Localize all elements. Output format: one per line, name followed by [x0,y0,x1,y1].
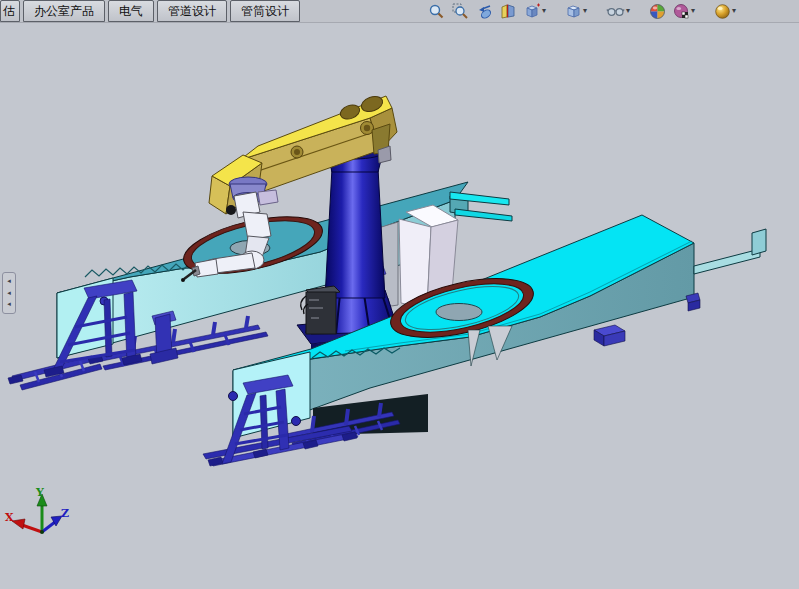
heads-up-view-toolbar: ▾ ▾ ▾ [427,0,737,22]
y-axis-label: Y [35,486,44,499]
command-tabs: 估 办公室产品 电气 管道设计 管筒设计 [0,0,303,22]
dropdown-arrow[interactable]: ▾ [626,7,630,15]
section-view-icon [500,3,517,20]
panel-collapse-control[interactable]: ◂ ◂ ◂ [2,272,16,314]
dropdown-arrow[interactable]: ▾ [583,7,587,15]
tab-piping-design[interactable]: 管道设计 [157,0,227,22]
command-manager-toolbar: 估 办公室产品 电气 管道设计 管筒设计 [0,0,799,23]
section-view-button[interactable] [499,1,518,21]
dropdown-arrow[interactable]: ▾ [542,7,546,15]
graphics-viewport[interactable]: X Y Z [0,0,799,589]
hide-show-items-button[interactable]: ▾ [605,1,631,21]
collapse-arrow-icon[interactable]: ◂ [7,290,11,297]
edit-appearance-button[interactable] [648,1,667,21]
tab-electrical[interactable]: 电气 [108,0,154,22]
control-box[interactable] [301,286,340,334]
previous-view-icon [476,3,493,20]
hide-show-items-icon [606,3,625,20]
edit-appearance-icon [649,3,666,20]
previous-view-button[interactable] [475,1,494,21]
zoom-to-fit-button[interactable] [427,1,446,21]
x-axis-label: X [5,511,14,524]
display-style-button[interactable]: ▾ [564,1,588,21]
view-orientation-icon [524,3,541,20]
collapse-arrow-icon[interactable]: ◂ [7,301,11,308]
z-axis-label: Z [61,507,69,520]
ring-center-hole-right [436,304,482,321]
view-settings-button[interactable]: ▾ [713,1,737,21]
apply-scene-button[interactable]: ▾ [672,1,696,21]
tab-office-products[interactable]: 办公室产品 [23,0,105,22]
zoom-to-area-icon [452,3,469,20]
tab-tubing-design[interactable]: 管筒设计 [230,0,300,22]
zoom-to-fit-icon [428,3,445,20]
tab-evaluate[interactable]: 估 [0,0,20,22]
view-settings-icon [714,3,731,20]
view-orientation-button[interactable]: ▾ [523,1,547,21]
dropdown-arrow[interactable]: ▾ [732,7,736,15]
apply-scene-icon [673,3,690,20]
display-style-icon [565,3,582,20]
dropdown-arrow[interactable]: ▾ [691,7,695,15]
solidworks-window: { "toolbar": { "tabs": [ {"label": "估"},… [0,0,799,589]
collapse-arrow-icon[interactable]: ◂ [7,278,11,285]
zoom-to-area-button[interactable] [451,1,470,21]
